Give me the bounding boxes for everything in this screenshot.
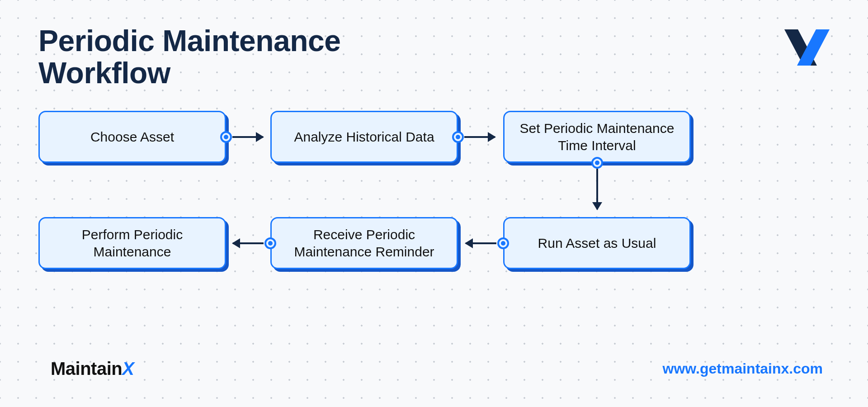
step-receive-reminder: Receive PeriodicMaintenance Reminder xyxy=(270,217,458,269)
diagram-content: Periodic MaintenanceWorkflow Choose Asse… xyxy=(0,0,868,407)
maintainx-logo-icon xyxy=(784,29,830,66)
arrow-left-icon xyxy=(466,242,496,244)
step-run-asset-as-usual: Run Asset as Usual xyxy=(503,217,691,269)
diagram-title: Periodic MaintenanceWorkflow xyxy=(38,25,341,90)
step-perform-maintenance: Perform PeriodicMaintenance xyxy=(38,217,226,269)
step-label: Set Periodic MaintenanceTime Interval xyxy=(520,120,675,154)
arrow-down-icon xyxy=(596,169,598,209)
connector-dot-icon xyxy=(220,131,232,143)
connector-dot-icon xyxy=(497,237,509,249)
connector-dot-icon xyxy=(452,131,464,143)
step-label: Run Asset as Usual xyxy=(538,235,656,252)
connector-dot-icon xyxy=(264,237,276,249)
step-label: Choose Asset xyxy=(90,128,174,146)
arrow-left-icon xyxy=(233,242,264,244)
footer-url: www.getmaintainx.com xyxy=(663,360,823,377)
brand-suffix: X xyxy=(122,359,134,379)
step-label: Receive PeriodicMaintenance Reminder xyxy=(294,226,434,260)
brand-name: Maintain xyxy=(51,359,122,379)
step-choose-asset: Choose Asset xyxy=(38,111,226,163)
connector-dot-icon xyxy=(591,157,603,169)
arrow-right-icon xyxy=(232,136,263,138)
step-label: Analyze Historical Data xyxy=(294,128,434,146)
step-label: Perform PeriodicMaintenance xyxy=(82,226,183,260)
step-set-time-interval: Set Periodic MaintenanceTime Interval xyxy=(503,111,691,163)
footer-brand-logo: MaintainX xyxy=(51,359,134,379)
step-analyze-historical-data: Analyze Historical Data xyxy=(270,111,458,163)
arrow-right-icon xyxy=(464,136,495,138)
